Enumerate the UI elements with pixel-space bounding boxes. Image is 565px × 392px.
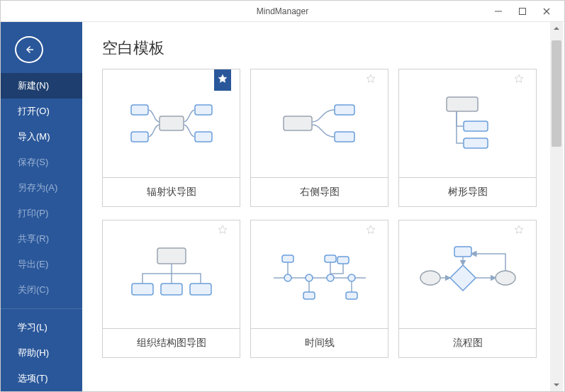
- favorite-toggle[interactable]: [362, 220, 379, 242]
- star-icon: [514, 74, 524, 84]
- maximize-button[interactable]: [510, 1, 535, 21]
- app-title: MindManager: [257, 6, 308, 16]
- template-caption: 辐射状导图: [103, 178, 240, 206]
- template-preview: [251, 220, 388, 329]
- scroll-thumb[interactable]: [552, 40, 561, 147]
- svg-rect-11: [464, 121, 488, 131]
- template-caption: 时间线: [251, 329, 388, 357]
- svg-rect-23: [325, 255, 336, 262]
- template-preview: [399, 69, 536, 178]
- template-card-timeline[interactable]: 时间线: [250, 220, 388, 358]
- close-button[interactable]: [535, 1, 559, 21]
- sidebar-item-3[interactable]: 保存(S): [1, 150, 82, 175]
- svg-point-27: [420, 271, 440, 285]
- content-area: 空白模板 辐射状导图 右侧导图 树形导图 组织结构图导图 时间线 流程图: [82, 22, 564, 391]
- chevron-down-icon: [554, 382, 559, 388]
- back-button[interactable]: [15, 36, 43, 63]
- svg-rect-10: [447, 97, 478, 111]
- svg-rect-1: [520, 8, 526, 14]
- svg-rect-24: [337, 257, 349, 264]
- svg-rect-26: [454, 247, 471, 257]
- titlebar: MindManager: [1, 1, 564, 22]
- star-icon: [366, 225, 376, 235]
- favorite-toggle[interactable]: [214, 220, 231, 242]
- svg-rect-25: [346, 292, 357, 299]
- close-icon: [543, 8, 550, 15]
- favorite-toggle[interactable]: [362, 69, 379, 91]
- favorite-toggle[interactable]: [214, 69, 231, 91]
- template-card-tree[interactable]: 树形导图: [398, 69, 537, 207]
- template-card-radial[interactable]: 辐射状导图: [102, 69, 240, 207]
- minimize-button[interactable]: [486, 1, 510, 21]
- main-area: 新建(N)打开(O)导入(M)保存(S)另存为(A)打印(P)共享(R)导出(E…: [1, 22, 564, 391]
- template-card-flow[interactable]: 流程图: [398, 220, 537, 358]
- vertical-scrollbar[interactable]: [550, 22, 563, 391]
- favorite-toggle[interactable]: [510, 220, 527, 242]
- svg-rect-13: [157, 248, 186, 264]
- sidebar-item-8[interactable]: 关闭(C): [1, 277, 82, 303]
- sidebar-item-7[interactable]: 导出(E): [1, 252, 82, 277]
- sidebar-item-5[interactable]: 打印(P): [1, 201, 82, 226]
- svg-rect-9: [335, 132, 354, 142]
- svg-rect-7: [284, 116, 312, 130]
- svg-rect-16: [190, 284, 211, 295]
- svg-rect-6: [195, 132, 212, 142]
- svg-rect-21: [282, 255, 293, 262]
- template-caption: 右侧导图: [251, 178, 388, 206]
- svg-point-17: [284, 274, 291, 281]
- svg-rect-0: [495, 11, 502, 11]
- template-caption: 组织结构图导图: [103, 329, 240, 357]
- template-card-right[interactable]: 右侧导图: [250, 69, 388, 207]
- svg-point-18: [306, 274, 313, 281]
- scroll-track[interactable]: [550, 35, 563, 379]
- chevron-up-icon: [554, 26, 559, 31]
- template-preview: [103, 220, 240, 329]
- svg-rect-2: [160, 116, 184, 130]
- favorite-toggle[interactable]: [510, 69, 527, 91]
- sidebar-item2-1[interactable]: 帮助(H): [1, 340, 82, 366]
- sidebar-item-4[interactable]: 另存为(A): [1, 175, 82, 201]
- svg-rect-14: [132, 284, 153, 295]
- svg-rect-12: [464, 138, 488, 148]
- svg-point-20: [348, 274, 355, 281]
- svg-rect-15: [161, 284, 182, 295]
- svg-rect-3: [131, 105, 148, 115]
- svg-marker-28: [450, 265, 476, 291]
- maximize-icon: [519, 8, 526, 15]
- back-arrow-icon: [23, 43, 35, 56]
- star-icon: [218, 74, 228, 84]
- svg-point-19: [327, 274, 334, 281]
- star-icon: [514, 225, 524, 235]
- sidebar: 新建(N)打开(O)导入(M)保存(S)另存为(A)打印(P)共享(R)导出(E…: [1, 22, 82, 391]
- svg-point-29: [496, 271, 515, 285]
- sidebar-item-2[interactable]: 导入(M): [1, 124, 82, 150]
- scroll-down-button[interactable]: [550, 379, 563, 391]
- svg-rect-8: [335, 105, 354, 115]
- template-grid: 辐射状导图 右侧导图 树形导图 组织结构图导图 时间线 流程图: [102, 69, 552, 358]
- star-icon: [366, 74, 376, 84]
- sidebar-item-6[interactable]: 共享(R): [1, 226, 82, 252]
- template-card-org[interactable]: 组织结构图导图: [102, 220, 240, 358]
- star-icon: [218, 225, 228, 235]
- scroll-up-button[interactable]: [550, 22, 563, 35]
- sidebar-item2-2[interactable]: 选项(T): [1, 366, 82, 391]
- template-caption: 流程图: [399, 329, 536, 357]
- template-preview: [103, 69, 240, 178]
- sidebar-divider: [1, 308, 82, 309]
- sidebar-item-1[interactable]: 打开(O): [1, 99, 82, 124]
- section-title: 空白模板: [102, 38, 552, 59]
- svg-rect-5: [195, 105, 212, 115]
- template-preview: [399, 220, 536, 329]
- template-caption: 树形导图: [399, 178, 536, 206]
- minimize-icon: [495, 8, 502, 15]
- window-controls: [486, 1, 559, 21]
- svg-rect-22: [303, 292, 315, 299]
- svg-rect-4: [131, 132, 148, 142]
- sidebar-item-0[interactable]: 新建(N): [1, 73, 82, 99]
- sidebar-item2-0[interactable]: 学习(L): [1, 315, 82, 340]
- template-preview: [251, 69, 388, 178]
